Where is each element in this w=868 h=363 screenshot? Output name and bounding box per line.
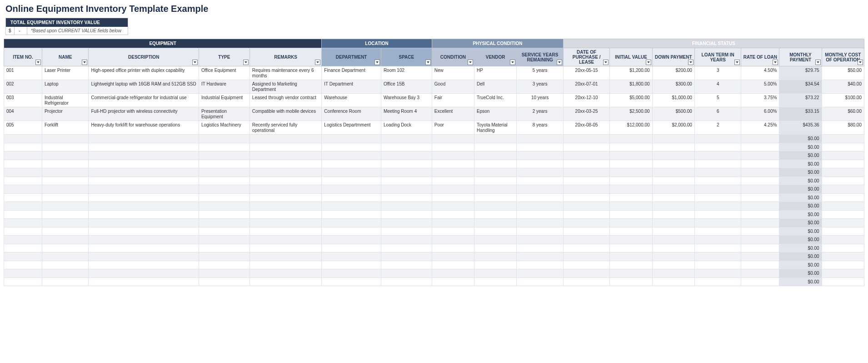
cell-mpay[interactable]: $0.00 <box>779 244 822 252</box>
cell-remarks[interactable] <box>249 269 322 278</box>
cell-vendor[interactable] <box>474 185 517 194</box>
cell-type[interactable] <box>199 269 249 278</box>
cell-space[interactable] <box>381 185 432 194</box>
cell-lterm[interactable] <box>694 185 741 194</box>
cell-mpay[interactable]: $0.00 <box>779 160 822 168</box>
cell-down[interactable]: $200.00 <box>652 66 694 80</box>
cell-dept[interactable] <box>322 236 381 244</box>
col-inval[interactable]: INITIAL VALUE <box>610 48 652 66</box>
cell-type[interactable] <box>199 151 249 160</box>
cell-mcost[interactable] <box>822 261 864 269</box>
cell-mcost[interactable] <box>822 236 864 244</box>
cell-dop[interactable]: 20xx-08-05 <box>563 121 610 135</box>
cell-itemno[interactable] <box>4 193 42 202</box>
cell-name[interactable] <box>42 185 89 194</box>
cell-name[interactable] <box>42 202 89 211</box>
table-row[interactable]: $0.00 <box>4 168 864 177</box>
cell-rate[interactable]: 3.75% <box>741 94 779 107</box>
cell-itemno[interactable]: 002 <box>4 80 42 94</box>
cell-cond[interactable] <box>432 227 474 236</box>
cell-dop[interactable] <box>563 269 610 278</box>
col-svcyrs[interactable]: SERVICE YEARS REMAINING <box>517 48 564 66</box>
cell-space[interactable] <box>381 236 432 244</box>
cell-type[interactable] <box>199 210 249 219</box>
cell-mcost[interactable] <box>822 168 864 177</box>
cell-type[interactable]: Office Equipment <box>199 66 249 80</box>
cell-lterm[interactable] <box>694 160 741 168</box>
cell-remarks[interactable] <box>249 151 322 160</box>
cell-space[interactable] <box>381 277 432 286</box>
cell-inval[interactable] <box>610 160 652 168</box>
cell-vendor[interactable]: TrueCold Inc. <box>474 94 517 107</box>
cell-dept[interactable]: Conference Room <box>322 107 381 121</box>
cell-dop[interactable]: 20xx-03-25 <box>563 107 610 121</box>
cell-dop[interactable] <box>563 185 610 194</box>
cell-inval[interactable] <box>610 252 652 261</box>
cell-remarks[interactable] <box>249 244 322 252</box>
cell-desc[interactable] <box>89 193 199 202</box>
cell-rate[interactable]: 5.00% <box>741 80 779 94</box>
cell-dept[interactable] <box>322 261 381 269</box>
cell-down[interactable] <box>652 252 694 261</box>
cell-lterm[interactable] <box>694 277 741 286</box>
col-type[interactable]: TYPE <box>199 48 249 66</box>
cell-down[interactable] <box>652 193 694 202</box>
col-dept[interactable]: DEPARTMENT <box>322 48 381 66</box>
cell-space[interactable]: Warehouse Bay 3 <box>381 94 432 107</box>
cell-space[interactable]: Meeting Room 4 <box>381 107 432 121</box>
cell-remarks[interactable] <box>249 185 322 194</box>
cell-remarks[interactable]: Assigned to Marketing Department <box>249 80 322 94</box>
cell-inval[interactable] <box>610 193 652 202</box>
cell-mpay[interactable]: $435.36 <box>779 121 822 135</box>
cell-dept[interactable] <box>322 143 381 151</box>
table-row[interactable]: 004ProjectorFull-HD projector with wirel… <box>4 107 864 121</box>
cell-inval[interactable] <box>610 219 652 227</box>
cell-space[interactable] <box>381 176 432 185</box>
cell-dept[interactable] <box>322 193 381 202</box>
cell-mcost[interactable] <box>822 185 864 194</box>
cell-inval[interactable] <box>610 143 652 151</box>
cell-remarks[interactable] <box>249 176 322 185</box>
cell-lterm[interactable] <box>694 252 741 261</box>
cell-type[interactable] <box>199 244 249 252</box>
cell-mpay[interactable]: $0.00 <box>779 151 822 160</box>
cell-cond[interactable] <box>432 135 474 143</box>
table-row[interactable]: $0.00 <box>4 143 864 151</box>
cell-type[interactable] <box>199 135 249 143</box>
cell-itemno[interactable] <box>4 151 42 160</box>
cell-type[interactable] <box>199 193 249 202</box>
cell-dop[interactable] <box>563 219 610 227</box>
cell-type[interactable]: IT Hardware <box>199 80 249 94</box>
cell-lterm[interactable]: 4 <box>694 80 741 94</box>
cell-down[interactable] <box>652 269 694 278</box>
filter-icon[interactable] <box>815 60 821 65</box>
cell-name[interactable] <box>42 193 89 202</box>
table-row[interactable]: $0.00 <box>4 202 864 211</box>
cell-cond[interactable] <box>432 202 474 211</box>
cell-remarks[interactable]: Requires maintenance every 6 months <box>249 66 322 80</box>
cell-svcyrs[interactable]: 3 years <box>517 80 564 94</box>
cell-dop[interactable] <box>563 193 610 202</box>
cell-desc[interactable] <box>89 269 199 278</box>
cell-vendor[interactable]: HP <box>474 66 517 80</box>
cell-cond[interactable] <box>432 185 474 194</box>
cell-mpay[interactable]: $33.15 <box>779 107 822 121</box>
cell-inval[interactable] <box>610 176 652 185</box>
cell-dept[interactable]: Logistics Departmment <box>322 121 381 135</box>
cell-type[interactable] <box>199 277 249 286</box>
cell-mpay[interactable]: $34.54 <box>779 80 822 94</box>
cell-lterm[interactable] <box>694 227 741 236</box>
cell-remarks[interactable]: Recently serviced fully operational <box>249 121 322 135</box>
cell-inval[interactable]: $12,000.00 <box>610 121 652 135</box>
table-row[interactable]: $0.00 <box>4 252 864 261</box>
cell-dept[interactable] <box>322 160 381 168</box>
cell-name[interactable] <box>42 269 89 278</box>
cell-cond[interactable]: New <box>432 66 474 80</box>
cell-svcyrs[interactable] <box>517 160 564 168</box>
cell-type[interactable] <box>199 160 249 168</box>
filter-icon[interactable] <box>82 60 87 65</box>
cell-rate[interactable] <box>741 193 779 202</box>
cell-inval[interactable] <box>610 185 652 194</box>
cell-rate[interactable] <box>741 277 779 286</box>
cell-mcost[interactable]: $60.00 <box>822 107 864 121</box>
